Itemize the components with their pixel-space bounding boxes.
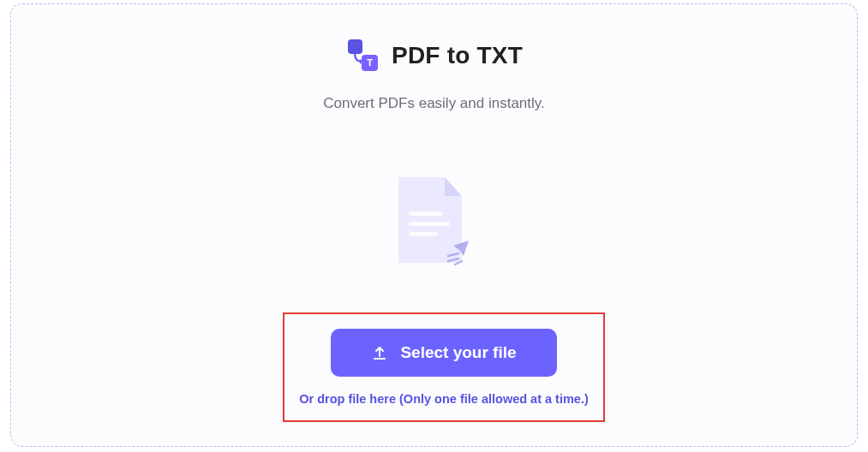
- svg-rect-0: [348, 39, 362, 54]
- pdf-to-txt-icon: T: [345, 39, 380, 73]
- title-row: T PDF to TXT: [345, 39, 523, 73]
- svg-rect-5: [409, 232, 438, 236]
- document-upload-illustration: [383, 170, 486, 273]
- svg-rect-3: [409, 211, 443, 216]
- page-title: PDF to TXT: [392, 42, 523, 69]
- select-file-label: Select your file: [400, 343, 516, 362]
- upload-panel: T PDF to TXT Convert PDFs easily and ins…: [10, 3, 858, 447]
- svg-rect-4: [409, 222, 450, 226]
- page-subtitle: Convert PDFs easily and instantly.: [11, 95, 857, 112]
- svg-text:T: T: [367, 57, 373, 68]
- drop-hint[interactable]: Or drop file here (Only one file allowed…: [299, 392, 589, 406]
- header: T PDF to TXT Convert PDFs easily and ins…: [11, 39, 857, 112]
- action-highlight-box: Select your file Or drop file here (Only…: [283, 312, 605, 422]
- select-file-button[interactable]: Select your file: [331, 329, 557, 377]
- upload-icon: [371, 344, 388, 361]
